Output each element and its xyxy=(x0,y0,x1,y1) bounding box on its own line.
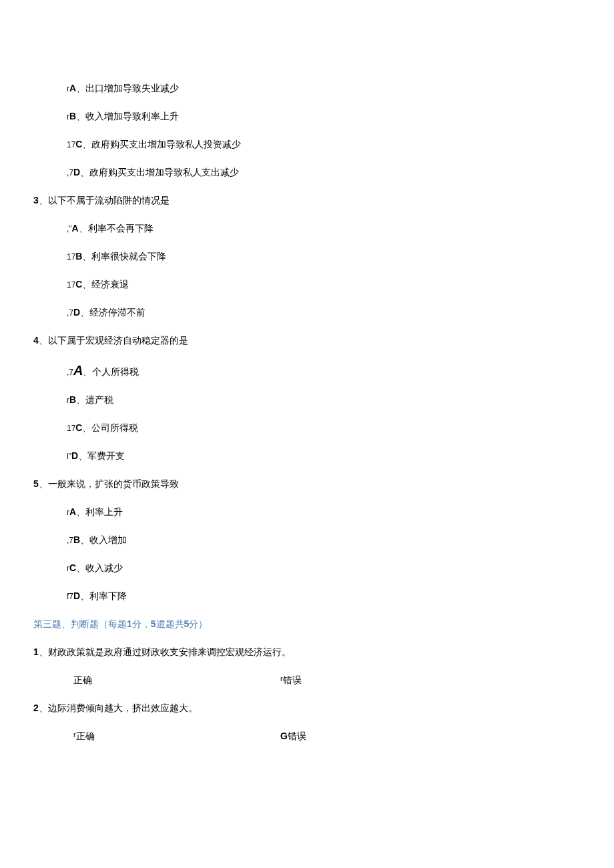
question-text: 边际消费倾向越大，挤出效应越大。 xyxy=(48,703,198,713)
option-row[interactable]: rB、收入增加导致利率上升 xyxy=(67,111,581,123)
option-row[interactable]: 17B、利率很快就会下降 xyxy=(67,251,581,263)
option-text: 利率不会再下降 xyxy=(88,223,154,234)
question-3: 3、以下不属于流动陷阱的情况是 xyxy=(33,195,581,207)
question-text: 以下属于宏观经济自动稳定器的是 xyxy=(48,335,188,346)
section-bold: 5 xyxy=(151,618,156,629)
option-row[interactable]: rA、利率上升 xyxy=(67,506,581,518)
option-text: 收入增加 xyxy=(89,534,127,545)
option-label: C xyxy=(75,139,82,149)
option-label: A xyxy=(69,83,76,93)
tf-question-1: 1、财政政策就是政府通过财政收支安排来调控宏观经济运行。 xyxy=(33,646,581,659)
option-row[interactable]: ,7D、经济停滞不前 xyxy=(67,307,581,319)
choice-text: 正确 xyxy=(73,675,92,685)
option-sep: 、 xyxy=(82,422,91,433)
question-number: 1 xyxy=(33,646,39,657)
option-text: 政府购买支出增加导致私人投资减少 xyxy=(91,139,241,149)
option-text: 政府购买支出增加导致私人支出减少 xyxy=(89,167,239,177)
question-number: 2 xyxy=(33,703,39,713)
section-3-header: 第三题、判断题（每题1分，5道题共5分） xyxy=(33,618,581,630)
option-text: 经济衰退 xyxy=(91,279,129,290)
option-label: A xyxy=(72,223,79,234)
option-marker: 17 xyxy=(67,252,75,262)
option-label: C xyxy=(75,422,82,433)
option-label: A xyxy=(69,506,76,517)
option-text: 出口增加导致失业减少 xyxy=(85,83,179,93)
option-row[interactable]: rB、遗产税 xyxy=(67,394,581,406)
option-marker: ," xyxy=(67,224,72,234)
question-5: 5、一般来说，扩张的货币政策导致 xyxy=(33,478,581,490)
option-sep: 、 xyxy=(79,223,88,234)
option-label: B xyxy=(69,394,76,405)
option-marker: l" xyxy=(67,452,71,461)
tf1-choices: 正确 r错误 xyxy=(73,675,581,687)
option-label: B xyxy=(73,534,80,545)
option-text: 利率上升 xyxy=(85,506,123,517)
option-marker: ,7 xyxy=(67,536,73,545)
option-sep: 、 xyxy=(82,139,91,149)
option-marker: ,7 xyxy=(67,308,73,318)
option-text: 个人所得税 xyxy=(92,366,139,377)
option-sep: 、 xyxy=(82,279,91,290)
option-marker: 17 xyxy=(67,140,75,149)
choice-text: 错误 xyxy=(283,675,302,685)
option-row[interactable]: f7D、利率下降 xyxy=(67,590,581,602)
option-sep: 、 xyxy=(78,450,87,461)
question-sep: 、 xyxy=(39,195,48,205)
option-marker: ,7 xyxy=(67,368,73,377)
tf2-choices: r正确 G错误 xyxy=(73,731,581,743)
section-text: 分， xyxy=(132,618,151,629)
q4-option-list: ,7A、个人所得税 rB、遗产税 17C、公司所得税 l"D、军费开支 xyxy=(33,363,581,462)
option-text: 收入增加导致利率上升 xyxy=(85,111,179,121)
tf-true[interactable]: 正确 xyxy=(73,675,280,687)
option-sep: 、 xyxy=(76,506,85,517)
option-row[interactable]: 17C、政府购买支出增加导致私人投资减少 xyxy=(67,139,581,151)
choice-text: 错误 xyxy=(288,731,306,741)
question-4: 4、以下属于宏观经济自动稳定器的是 xyxy=(33,335,581,347)
question-number: 3 xyxy=(33,195,39,205)
option-row[interactable]: 17C、经济衰退 xyxy=(67,279,581,291)
option-label: D xyxy=(71,450,78,461)
option-row[interactable]: ,7A、个人所得税 xyxy=(67,363,581,378)
option-row[interactable]: 17C、公司所得税 xyxy=(67,422,581,434)
question-number: 4 xyxy=(33,335,39,346)
choice-marker: G xyxy=(280,731,288,741)
tf-false[interactable]: G错误 xyxy=(280,731,306,743)
option-marker: f7 xyxy=(67,592,73,601)
option-label: A xyxy=(73,363,83,378)
option-sep: 、 xyxy=(76,111,85,121)
option-row[interactable]: ,"A、利率不会再下降 xyxy=(67,223,581,235)
section-text: 道题共 xyxy=(156,618,184,629)
q3-option-list: ,"A、利率不会再下降 17B、利率很快就会下降 17C、经济衰退 ,7D、经济… xyxy=(33,223,581,319)
option-text: 经济停滞不前 xyxy=(89,307,145,318)
question-sep: 、 xyxy=(39,703,48,713)
option-sep: 、 xyxy=(80,590,89,601)
option-label: D xyxy=(73,167,80,177)
option-marker: 17 xyxy=(67,424,75,433)
option-row[interactable]: rA、出口增加导致失业减少 xyxy=(67,83,581,95)
option-row[interactable]: l"D、军费开支 xyxy=(67,450,581,462)
option-text: 军费开支 xyxy=(87,450,125,461)
tf-false[interactable]: r错误 xyxy=(280,675,302,687)
option-row[interactable]: rC、收入减少 xyxy=(67,562,581,574)
option-text: 利率很快就会下降 xyxy=(91,251,166,262)
tf-true[interactable]: r正确 xyxy=(73,731,280,743)
option-row[interactable]: ,7D、政府购买支出增加导致私人支出减少 xyxy=(67,167,581,179)
option-text: 公司所得税 xyxy=(91,422,138,433)
option-text: 收入减少 xyxy=(85,562,123,573)
option-row[interactable]: ,7B、收入增加 xyxy=(67,534,581,546)
option-label: D xyxy=(73,307,80,318)
option-sep: 、 xyxy=(76,562,85,573)
option-label: D xyxy=(73,590,80,601)
section-text: 第三题、判断题（每题 xyxy=(33,618,127,629)
option-text: 利率下降 xyxy=(89,590,127,601)
option-sep: 、 xyxy=(80,167,89,177)
option-label: B xyxy=(69,111,76,121)
question-sep: 、 xyxy=(39,478,48,489)
exam-page: rA、出口增加导致失业减少 rB、收入增加导致利率上升 17C、政府购买支出增加… xyxy=(0,0,614,868)
question-text: 财政政策就是政府通过财政收支安排来调控宏观经济运行。 xyxy=(48,646,291,657)
option-marker: ,7 xyxy=(67,168,73,177)
question-sep: 、 xyxy=(39,646,48,657)
question-text: 一般来说，扩张的货币政策导致 xyxy=(48,478,179,489)
tf-question-2: 2、边际消费倾向越大，挤出效应越大。 xyxy=(33,703,581,715)
question-text: 以下不属于流动陷阱的情况是 xyxy=(48,195,170,205)
